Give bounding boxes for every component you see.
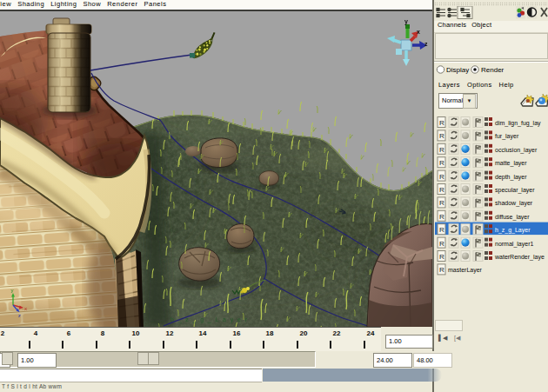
svg-text:y: y <box>11 288 14 293</box>
svg-text:specular_layer: specular_layer <box>495 187 535 194</box>
svg-text:matte_layer: matte_layer <box>495 160 527 167</box>
svg-text:y: y <box>404 18 408 25</box>
svg-text:masterLayer: masterLayer <box>448 267 483 274</box>
svg-text:dim_lign_fug_lay: dim_lign_fug_lay <box>495 120 541 127</box>
svg-text:x: x <box>24 306 27 311</box>
svg-text:diffuse_layer: diffuse_layer <box>495 214 530 221</box>
svg-text:x: x <box>417 29 420 35</box>
svg-text:waterRender_laye: waterRender_laye <box>494 254 545 261</box>
svg-text:depth_layer: depth_layer <box>495 174 527 181</box>
svg-text:Render: Render <box>481 66 505 74</box>
svg-text:Display: Display <box>446 66 469 74</box>
svg-text:h_z_g_Layer: h_z_g_Layer <box>495 227 531 234</box>
svg-text:normal_layer1: normal_layer1 <box>495 241 533 248</box>
svg-text:fur_layer: fur_layer <box>495 133 519 140</box>
svg-text:shadow_layer: shadow_layer <box>495 200 533 207</box>
svg-text:occlusion_layer: occlusion_layer <box>495 147 538 154</box>
svg-text:z: z <box>18 313 21 318</box>
svg-text:z: z <box>424 41 428 47</box>
